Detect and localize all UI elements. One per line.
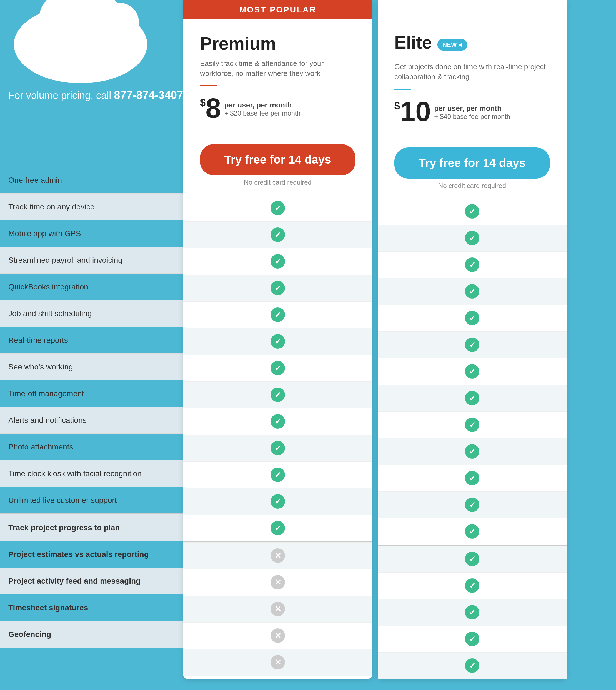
elite-feature-row: ✓ [378,491,567,518]
premium-feature-rows: ✓✓✓✓✓✓✓✓✓✓✓✓✓✕✕✕✕✕ [183,195,372,675]
label-row: Time-off management [0,380,183,407]
premium-feature-row: ✓ [183,195,372,221]
premium-price-divider [200,85,217,86]
check-green-icon: ✓ [465,311,479,325]
premium-feature-row: ✕ [183,622,372,649]
elite-price-per: per user, per month [434,104,510,113]
premium-feature-row: ✓ [183,328,372,355]
premium-price-number: 8 [205,94,221,122]
check-green-icon: ✓ [465,338,479,352]
elite-price-divider [394,89,411,90]
check-green-icon: ✓ [270,414,285,429]
premium-price-base: + $20 base fee per month [224,109,301,117]
elite-feature-row: ✓ [378,411,567,438]
check-green-icon: ✓ [465,284,479,299]
check-green-icon: ✓ [270,441,285,455]
premium-price-per: per user, per month [224,101,301,109]
label-row: Mobile app with GPS [0,220,183,247]
premium-feature-row: ✓ [183,301,372,328]
label-row: Unlimited live customer support [0,487,183,513]
premium-feature-row: ✕ [183,596,372,622]
premium-feature-row: ✓ [183,515,372,541]
premium-plan-name: Premium [200,33,355,54]
check-green-icon: ✓ [270,361,285,375]
label-row: Project activity feed and messaging [0,567,183,594]
label-row: Timesheet signatures [0,594,183,621]
check-green-icon: ✓ [465,605,479,620]
label-row: See who's working [0,353,183,380]
check-green-icon: ✓ [270,307,285,322]
elite-header-spacer [378,0,567,18]
elite-feature-row: ✓ [378,305,567,331]
check-green-icon: ✓ [465,231,479,245]
check-gray-icon: ✕ [270,575,285,589]
label-row: QuickBooks integration [0,273,183,300]
premium-feature-row: ✓ [183,488,372,515]
check-green-icon: ✓ [465,364,479,379]
label-row: Track time on any device [0,193,183,220]
premium-column: MOST POPULAR Premium Easily track time &… [183,0,372,679]
label-row: Job and shift scheduling [0,300,183,327]
check-green-icon: ✓ [270,228,285,242]
elite-price-number: 10 [400,98,431,125]
phone-number: 877-874-3407 [114,89,183,101]
elite-feature-row: ✓ [378,626,567,652]
elite-new-badge: NEW [437,39,467,50]
premium-feature-row: ✕ [183,649,372,675]
check-green-icon: ✓ [270,521,285,535]
premium-header: Premium Easily track time & attendance f… [183,19,372,136]
label-row: Time clock kiosk with facial recognition [0,460,183,487]
elite-no-credit: No credit card required [378,182,567,190]
premium-dollar: $ [200,97,205,109]
label-row: Real-time reports [0,327,183,353]
elite-feature-row: ✓ [378,465,567,491]
elite-feature-row: ✓ [378,225,567,252]
check-green-icon: ✓ [270,468,285,482]
check-green-icon: ✓ [465,444,479,459]
elite-feature-row: ✓ [378,599,567,626]
check-gray-icon: ✕ [270,602,285,616]
label-row: Track project progress to plan [0,514,183,541]
elite-feature-row: ✓ [378,252,567,278]
elite-price-base: + $40 base fee per month [434,113,510,121]
premium-feature-row: ✓ [183,355,372,381]
elite-plan-desc: Get projects done on time with real-time… [394,62,550,82]
elite-price-row: $ 10 per user, per month + $40 base fee … [394,98,550,125]
premium-plan-desc: Easily track time & attendance for your … [200,58,355,79]
label-row: Project estimates vs actuals reporting [0,541,183,567]
elite-feature-row: ✓ [378,652,567,679]
most-popular-banner: MOST POPULAR [183,0,372,19]
elite-feature-row: ✓ [378,198,567,225]
page-wrapper: For volume pricing, call 877-874-3407 On… [0,0,616,690]
check-green-icon: ✓ [270,201,285,215]
premium-feature-row: ✓ [183,381,372,408]
check-green-icon: ✓ [270,388,285,402]
premium-price-row: $ 8 per user, per month + $20 base fee p… [200,94,355,122]
elite-price-details: per user, per month + $40 base fee per m… [434,104,510,121]
premium-cta-button[interactable]: Try free for 14 days [200,144,355,175]
premium-feature-row: ✓ [183,275,372,301]
elite-feature-row: ✓ [378,358,567,385]
premium-no-credit: No credit card required [183,179,372,187]
feature-labels-column: One free adminTrack time on any deviceMo… [0,167,183,647]
label-row: Photo attachments [0,433,183,460]
volume-pricing: For volume pricing, call 877-874-3407 [8,89,183,101]
check-green-icon: ✓ [465,471,479,485]
check-green-icon: ✓ [270,494,285,509]
elite-cta-button[interactable]: Try free for 14 days [394,148,550,179]
elite-feature-row: ✓ [378,545,567,572]
check-green-icon: ✓ [465,552,479,566]
elite-feature-row: ✓ [378,331,567,358]
check-green-icon: ✓ [465,258,479,272]
check-green-icon: ✓ [465,524,479,539]
premium-price-details: per user, per month + $20 base fee per m… [224,101,301,117]
elite-feature-row: ✓ [378,438,567,465]
elite-feature-row: ✓ [378,572,567,599]
elite-dollar: $ [394,100,400,112]
premium-feature-row: ✓ [183,248,372,275]
premium-feature-row: ✕ [183,569,372,596]
label-row: One free admin [0,167,183,193]
check-green-icon: ✓ [465,391,479,405]
label-row: Geofencing [0,621,183,647]
premium-feature-row: ✓ [183,221,372,248]
